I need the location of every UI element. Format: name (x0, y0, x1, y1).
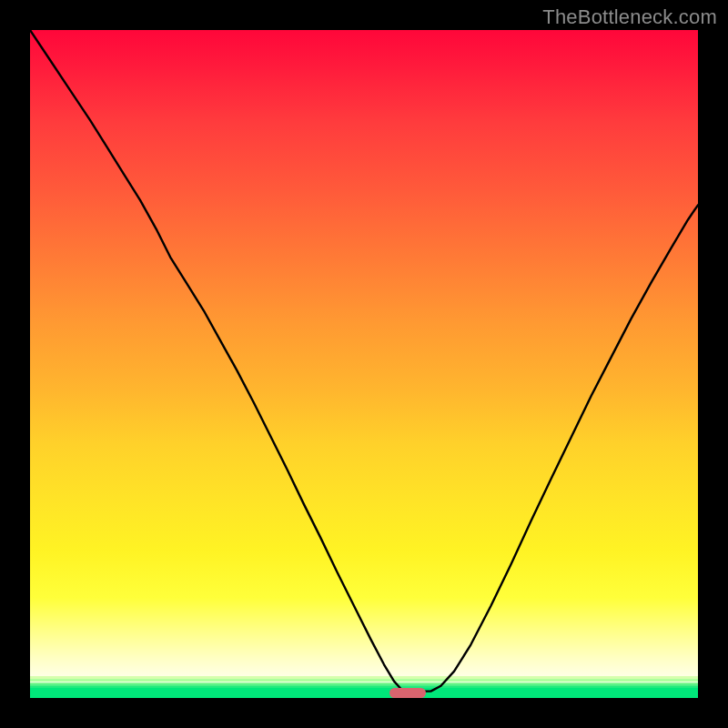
bottleneck-curve (30, 30, 698, 698)
optimal-marker (389, 688, 426, 698)
chart-frame: TheBottleneck.com (0, 0, 728, 728)
plot-area (30, 30, 698, 698)
watermark-text: TheBottleneck.com (542, 5, 717, 29)
